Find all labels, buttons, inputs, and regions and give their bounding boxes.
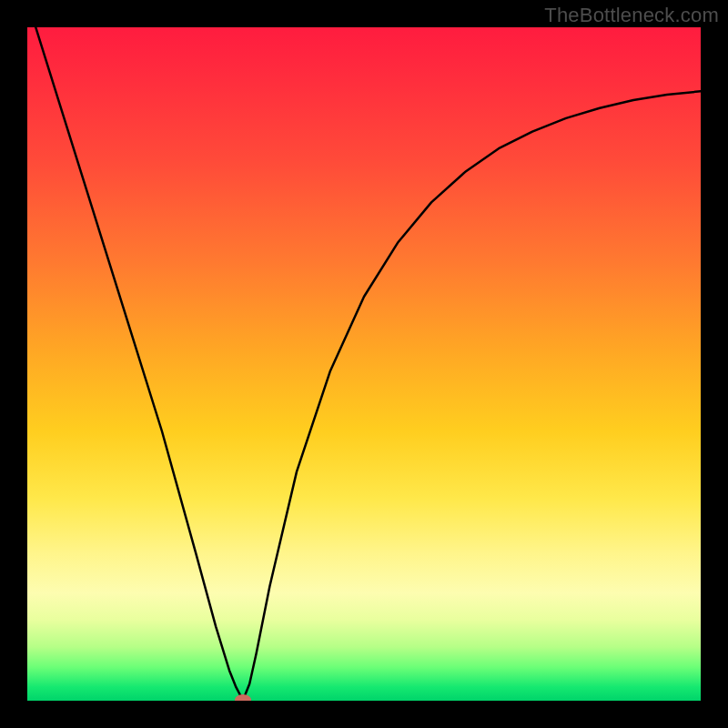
watermark-text: TheBottleneck.com [544, 4, 719, 27]
bottleneck-curve-path [27, 27, 701, 697]
chart-frame: TheBottleneck.com [0, 0, 728, 728]
curve-svg [27, 27, 701, 701]
optimum-marker [235, 694, 251, 701]
plot-area [27, 27, 701, 701]
